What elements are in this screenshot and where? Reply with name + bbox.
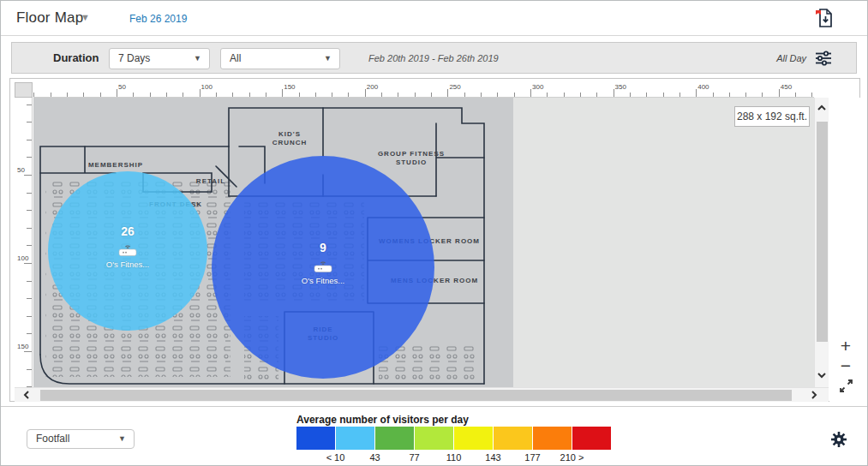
ruler-tick bbox=[795, 93, 796, 97]
ruler-tick-label: 450 bbox=[781, 83, 792, 91]
header-date[interactable]: Feb 26 2019 bbox=[129, 13, 187, 25]
ruler-tick bbox=[811, 93, 812, 97]
ruler-tick bbox=[596, 93, 597, 97]
ruler-tick bbox=[27, 210, 32, 211]
ruler-tick bbox=[27, 333, 32, 334]
sensor-icon bbox=[117, 243, 138, 257]
ruler-tick bbox=[100, 93, 101, 97]
ruler-tick-label: 250 bbox=[449, 83, 460, 91]
legend-boundary-label: 177 bbox=[524, 452, 540, 463]
ruler-tick bbox=[27, 369, 32, 370]
legend-scale-labels: < 104377110143177210 > bbox=[296, 452, 612, 463]
ruler-tick bbox=[27, 281, 32, 282]
sensor-name: O's Fitnes... bbox=[302, 276, 344, 285]
chevron-down-icon: ▼ bbox=[194, 49, 201, 69]
horizontal-scroll-thumb[interactable] bbox=[40, 390, 792, 401]
ruler-tick bbox=[27, 122, 32, 122]
ruler-tick bbox=[713, 93, 714, 97]
fullscreen-expand-icon bbox=[839, 379, 853, 393]
page-title[interactable]: Floor Map bbox=[16, 9, 83, 27]
ruler-major-tick bbox=[447, 89, 448, 97]
sliders-icon bbox=[815, 50, 832, 67]
sensor-icon bbox=[313, 260, 333, 273]
ruler-tick bbox=[249, 93, 250, 97]
legend-swatch bbox=[494, 427, 532, 450]
scroll-down-icon[interactable] bbox=[815, 368, 829, 382]
ruler-major-tick bbox=[24, 175, 32, 176]
ruler-tick bbox=[27, 157, 32, 158]
ruler-tick bbox=[762, 93, 763, 97]
vertical-scroll-thumb[interactable] bbox=[817, 122, 828, 342]
fullscreen-button[interactable] bbox=[836, 379, 855, 397]
legend-boundary-label: < 10 bbox=[326, 452, 345, 463]
ruler-tick bbox=[745, 93, 746, 97]
ruler-tick bbox=[133, 93, 134, 97]
ruler-tick bbox=[431, 93, 432, 97]
chevron-down-icon: ▼ bbox=[324, 49, 332, 69]
ruler-tick bbox=[27, 228, 32, 229]
ruler-tick bbox=[83, 93, 84, 97]
scroll-right-icon[interactable] bbox=[807, 388, 821, 402]
horizontal-ruler: 50100150200250300350400450 bbox=[33, 82, 814, 98]
ruler-tick bbox=[266, 93, 266, 97]
ruler-tick-label: 350 bbox=[615, 83, 626, 91]
title-dropdown-caret-icon[interactable]: ▼ bbox=[81, 12, 90, 22]
ruler-tick-label: 150 bbox=[17, 343, 28, 350]
ruler-major-tick bbox=[24, 263, 32, 264]
scroll-up-icon[interactable] bbox=[815, 101, 829, 115]
legend-boundary-label: 43 bbox=[369, 452, 380, 463]
time-filter-button[interactable] bbox=[815, 50, 834, 69]
sensor-visitor-count: 9 bbox=[320, 241, 326, 254]
legend-swatch bbox=[296, 427, 335, 450]
export-report-button[interactable] bbox=[814, 7, 835, 29]
ruler-tick-label: 50 bbox=[118, 83, 126, 91]
ruler-tick-label: 100 bbox=[17, 254, 28, 262]
settings-button[interactable] bbox=[829, 430, 848, 449]
ruler-tick bbox=[679, 93, 680, 97]
ruler-corner bbox=[15, 82, 33, 98]
legend-swatch bbox=[533, 427, 572, 450]
ruler-tick bbox=[514, 93, 515, 97]
ruler-tick bbox=[564, 93, 565, 97]
zoom-out-button[interactable]: − bbox=[836, 357, 855, 376]
ruler-major-tick bbox=[117, 89, 117, 97]
floor-map-page: Floor Map ▼ Feb 26 2019 Duration 7 Days … bbox=[0, 0, 868, 466]
ruler-major-tick bbox=[696, 89, 697, 97]
ruler-tick bbox=[630, 93, 631, 97]
ruler-tick bbox=[398, 93, 398, 97]
date-range-text: Feb 20th 2019 - Feb 26th 2019 bbox=[368, 53, 499, 63]
ruler-tick bbox=[663, 93, 664, 97]
zone-select[interactable]: All ▼ bbox=[220, 48, 340, 69]
ruler-tick-label: 150 bbox=[284, 83, 295, 91]
ruler-tick-label: 400 bbox=[697, 83, 709, 91]
ruler-tick bbox=[381, 93, 382, 97]
duration-select[interactable]: 7 Days ▼ bbox=[109, 48, 210, 69]
legend-boundary-label: 110 bbox=[446, 452, 462, 463]
chevron-down-icon: ▼ bbox=[118, 430, 126, 448]
ruler-major-tick bbox=[24, 351, 32, 352]
ruler-tick bbox=[415, 93, 416, 97]
zone-select-value: All bbox=[230, 52, 241, 64]
filter-toolbar: Duration 7 Days ▼ All ▼ Feb 20th 2019 - … bbox=[11, 42, 857, 74]
scroll-left-icon[interactable] bbox=[20, 388, 33, 402]
vertical-scrollbar[interactable] bbox=[814, 98, 829, 387]
ruler-tick bbox=[729, 93, 730, 97]
legend-boundary-label: 143 bbox=[485, 452, 500, 463]
ruler-tick bbox=[348, 93, 349, 97]
map-viewport[interactable]: MEMBERSHIPRETAILFRONT DESKKID'SCRUNCHGRO… bbox=[33, 98, 814, 387]
ruler-tick bbox=[166, 93, 167, 97]
time-filter-text: All Day bbox=[776, 53, 806, 63]
ruler-tick-label: 50 bbox=[17, 166, 25, 174]
ruler-tick bbox=[464, 93, 465, 97]
ruler-tick bbox=[481, 93, 482, 97]
horizontal-scrollbar[interactable] bbox=[15, 387, 829, 402]
ruler-tick bbox=[51, 93, 51, 97]
ruler-major-tick bbox=[530, 89, 531, 97]
ruler-tick bbox=[232, 93, 233, 97]
ruler-tick bbox=[183, 93, 183, 97]
ruler-tick bbox=[27, 298, 32, 299]
metric-select[interactable]: Footfall ▼ bbox=[27, 429, 135, 449]
legend-swatch bbox=[572, 427, 611, 450]
zoom-in-button[interactable]: + bbox=[836, 338, 855, 356]
legend-color-scale bbox=[296, 427, 612, 450]
